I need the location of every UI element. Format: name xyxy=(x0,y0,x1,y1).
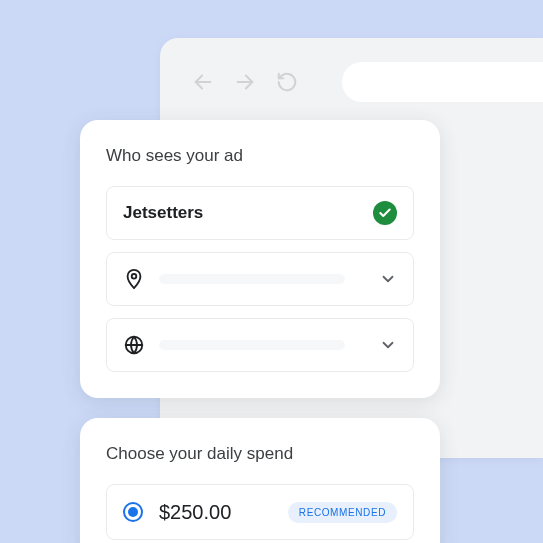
location-pin-icon xyxy=(123,268,145,290)
audience-card-title: Who sees your ad xyxy=(106,146,414,166)
forward-icon[interactable] xyxy=(234,71,256,93)
radio-selected-icon xyxy=(123,502,143,522)
back-icon[interactable] xyxy=(192,71,214,93)
check-icon xyxy=(373,201,397,225)
spend-amount: $250.00 xyxy=(159,501,272,524)
language-placeholder xyxy=(159,340,345,350)
location-placeholder xyxy=(159,274,345,284)
spend-card-title: Choose your daily spend xyxy=(106,444,414,464)
reload-icon[interactable] xyxy=(276,71,298,93)
audience-field[interactable]: Jetsetters xyxy=(106,186,414,240)
chevron-down-icon xyxy=(379,336,397,354)
globe-icon xyxy=(123,334,145,356)
browser-toolbar xyxy=(192,62,543,102)
recommended-badge: RECOMMENDED xyxy=(288,502,397,523)
spend-option[interactable]: $250.00 RECOMMENDED xyxy=(106,484,414,540)
svg-point-2 xyxy=(132,274,137,279)
address-bar[interactable] xyxy=(342,62,543,102)
audience-card: Who sees your ad Jetsetters xyxy=(80,120,440,398)
chevron-down-icon xyxy=(379,270,397,288)
language-dropdown[interactable] xyxy=(106,318,414,372)
location-dropdown[interactable] xyxy=(106,252,414,306)
audience-value: Jetsetters xyxy=(123,203,359,223)
spend-card: Choose your daily spend $250.00 RECOMMEN… xyxy=(80,418,440,543)
